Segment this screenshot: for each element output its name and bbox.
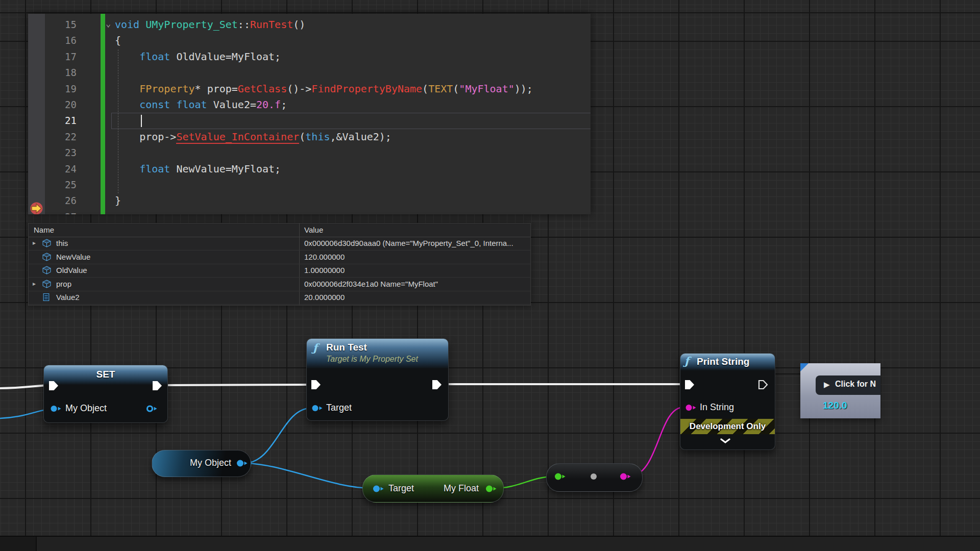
set-node[interactable]: SET My Object xyxy=(43,365,168,423)
object-out-pin[interactable] xyxy=(236,459,248,467)
blueprint-canvas[interactable]: SET My Object ƒ Run Test Target is My Pr… xyxy=(0,0,980,551)
print-string-node[interactable]: ƒ Print String In String Development Onl… xyxy=(680,353,775,450)
code-token: ; xyxy=(281,98,287,111)
expander-icon[interactable]: ▸ xyxy=(33,239,36,246)
run-test-title: Run Test xyxy=(326,342,367,353)
line-numbers[interactable]: 15161718192021222324252627 xyxy=(45,17,83,214)
code-token: "MyFloat" xyxy=(459,83,514,95)
code-token xyxy=(170,98,176,111)
watch-row[interactable]: ▸this0x000006d30d90aaa0 (Name="MyPropert… xyxy=(29,237,530,251)
float-to-string-conversion-node[interactable] xyxy=(546,463,643,492)
line-number[interactable]: 20 xyxy=(45,97,83,113)
code-token: ,&Value2); xyxy=(330,131,391,143)
in-string-pin[interactable] xyxy=(685,404,697,412)
code-line[interactable] xyxy=(115,209,533,214)
variable-name: OldValue xyxy=(56,266,87,274)
watch-row[interactable]: ▸prop0x000006d2f034e1a0 Name="MyFloat" xyxy=(29,278,530,291)
code-line[interactable] xyxy=(115,145,533,161)
code-line[interactable]: float OldValue=MyFloat; xyxy=(115,49,533,65)
code-token: prop-> xyxy=(115,131,176,143)
code-editor[interactable]: 15161718192021222324252627 ⌄void UMyProp… xyxy=(28,14,591,214)
code-token: () xyxy=(293,18,305,31)
watch-header-row: Name Value xyxy=(29,223,530,237)
object-out-pin[interactable] xyxy=(146,405,158,413)
code-token: float xyxy=(139,163,170,175)
execution-pointer-icon[interactable] xyxy=(30,202,43,214)
set-input-pin-label: My Object xyxy=(65,403,107,414)
run-test-node-header: ƒ Run Test Target is My Property Set xyxy=(307,339,448,368)
my-object-getter-node[interactable]: My Object xyxy=(152,450,251,477)
watched-value: 120.0 xyxy=(823,400,847,411)
line-number[interactable]: 17 xyxy=(45,49,83,65)
chevron-down-icon[interactable] xyxy=(720,438,730,444)
watch-row[interactable]: OldValue1.00000000 xyxy=(29,264,530,278)
watch-row[interactable]: NewValue120.000000 xyxy=(29,251,530,264)
fold-chevron-icon[interactable]: ⌄ xyxy=(106,16,111,32)
exec-in-pin[interactable] xyxy=(311,379,322,390)
code-line[interactable] xyxy=(115,65,533,81)
code-token: FProperty xyxy=(139,83,194,95)
bottom-panel-edge xyxy=(0,536,980,551)
float-out-pin[interactable] xyxy=(485,485,497,493)
wire-exec-left-to-set[interactable] xyxy=(0,385,49,388)
debug-value-bubble[interactable]: ▶ Click for N 120.0 xyxy=(800,363,880,418)
click-for-more-button[interactable]: ▶ Click for N xyxy=(816,375,880,395)
code-token: Value2= xyxy=(207,98,256,111)
name-column-header[interactable]: Name xyxy=(34,226,54,234)
target-pin[interactable] xyxy=(311,404,323,412)
code-line[interactable]: prop->SetValue_InContainer(this,&Value2)… xyxy=(115,129,533,145)
wire-exec-set-to-runtest[interactable] xyxy=(161,385,309,385)
wire-myobject-to-runtest-target[interactable] xyxy=(244,408,311,463)
code-lines[interactable]: ⌄void UMyProperty_Set::RunTest(){ float … xyxy=(115,17,533,214)
get-my-float-node[interactable]: Target My Float xyxy=(362,474,504,503)
code-token: ( xyxy=(422,83,428,95)
expander-icon[interactable]: ▸ xyxy=(33,280,36,287)
code-token xyxy=(115,98,139,111)
breakpoint-gutter[interactable] xyxy=(28,14,45,214)
code-line[interactable] xyxy=(115,177,533,193)
watch-row[interactable]: Value220.0000000 xyxy=(29,291,530,305)
line-number[interactable]: 27 xyxy=(45,209,83,214)
exec-out-pin[interactable] xyxy=(432,379,443,390)
variable-value: 20.0000000 xyxy=(304,293,345,302)
variable-name: this xyxy=(56,239,68,247)
code-line[interactable]: float NewValue=MyFloat; xyxy=(115,161,533,177)
line-number[interactable]: 25 xyxy=(45,177,83,193)
code-line[interactable]: ⌄void UMyProperty_Set::RunTest() xyxy=(115,17,533,33)
run-test-node[interactable]: ƒ Run Test Target is My Property Set Tar… xyxy=(306,338,449,421)
target-pin-label: Target xyxy=(388,483,414,494)
line-number[interactable]: 21 xyxy=(45,113,83,129)
line-number[interactable]: 24 xyxy=(45,161,83,177)
line-number[interactable]: 18 xyxy=(45,65,83,81)
code-line[interactable]: } xyxy=(115,193,533,209)
line-number[interactable]: 16 xyxy=(45,33,83,48)
code-line[interactable] xyxy=(115,113,533,129)
variable-value: 120.000000 xyxy=(304,253,345,261)
wire-myobject-to-myfloat-target[interactable] xyxy=(244,463,372,488)
function-icon: ƒ xyxy=(684,355,689,367)
code-line[interactable]: FProperty* prop=GetClass()->FindProperty… xyxy=(115,81,533,97)
code-line[interactable]: const float Value2=20.f; xyxy=(115,97,533,113)
object-in-pin[interactable] xyxy=(50,405,62,413)
line-number[interactable]: 15 xyxy=(45,17,83,33)
exec-in-pin[interactable] xyxy=(48,380,59,391)
run-test-subtitle: Target is My Property Set xyxy=(326,355,418,364)
exec-out-pin[interactable] xyxy=(152,380,163,391)
watch-panel[interactable]: Name Value ▸this0x000006d30d90aaa0 (Name… xyxy=(28,223,531,306)
exec-in-pin[interactable] xyxy=(684,379,695,390)
float-in-pin[interactable] xyxy=(554,472,566,481)
exec-out-pin[interactable] xyxy=(758,379,769,390)
object-cube-icon xyxy=(42,253,51,261)
line-number[interactable]: 26 xyxy=(45,193,83,209)
code-line[interactable]: { xyxy=(115,33,533,48)
line-number[interactable]: 19 xyxy=(45,81,83,97)
line-number[interactable]: 23 xyxy=(45,145,83,161)
value-column-header[interactable]: Value xyxy=(304,226,323,234)
string-out-pin[interactable] xyxy=(620,472,631,481)
line-number[interactable]: 22 xyxy=(45,129,83,145)
set-node-header: SET xyxy=(44,365,167,385)
variable-name: NewValue xyxy=(56,253,90,261)
code-token xyxy=(115,51,139,63)
code-token: TEXT xyxy=(428,83,453,95)
target-pin[interactable] xyxy=(373,485,384,493)
